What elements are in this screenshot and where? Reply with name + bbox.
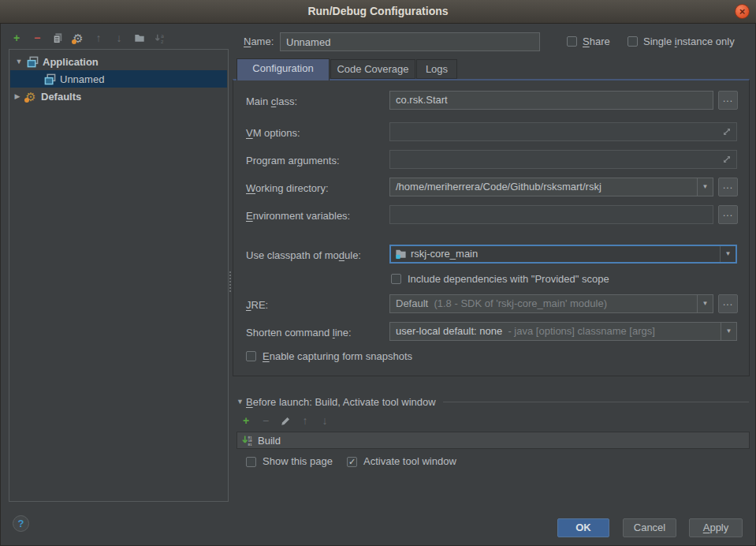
- svg-text:01: 01: [248, 443, 253, 447]
- apply-button[interactable]: Apply: [689, 518, 743, 537]
- configurations-toolbar: + − ⚙ ↑ ↓ az: [10, 31, 166, 45]
- run-debug-configurations-dialog: Run/Debug Configurations × + − ⚙ ↑ ↓ az …: [0, 0, 756, 546]
- add-configuration-icon[interactable]: +: [10, 32, 23, 44]
- tab-code-coverage[interactable]: Code Coverage: [330, 59, 415, 79]
- tree-node-label: Application: [43, 56, 99, 68]
- tree-collapsed-icon[interactable]: ▶: [13, 92, 21, 100]
- wrench-accent-dot: [24, 98, 29, 103]
- section-expanded-icon[interactable]: ▼: [236, 398, 246, 406]
- activate-tool-window-checkbox[interactable]: ✓: [347, 457, 357, 467]
- tree-node-defaults[interactable]: ▶ ⚙ Defaults: [10, 88, 227, 105]
- move-down-icon[interactable]: ↓: [113, 32, 125, 44]
- dialog-title: Run/Debug Configurations: [0, 5, 756, 17]
- tab-configuration[interactable]: Configuration: [236, 58, 330, 80]
- section-divider: [443, 402, 749, 402]
- share-label: Share: [583, 36, 610, 47]
- tree-node-unnamed[interactable]: Unnamed: [10, 70, 227, 88]
- wrench-accent-dot: [72, 39, 76, 44]
- new-folder-icon[interactable]: [133, 32, 146, 44]
- tree-node-application[interactable]: ▼ Application: [10, 53, 227, 70]
- svg-text:z: z: [160, 38, 163, 43]
- help-button[interactable]: ?: [13, 515, 29, 532]
- before-launch-section: ▼ Before launch: Build, Activate tool wi…: [233, 395, 750, 409]
- titlebar: Run/Debug Configurations ×: [0, 0, 756, 24]
- name-label: Name:: [244, 36, 274, 47]
- cancel-button[interactable]: Cancel: [623, 518, 676, 537]
- application-type-icon: [43, 73, 56, 85]
- name-input[interactable]: [280, 32, 540, 51]
- tree-node-label: Unnamed: [60, 73, 104, 85]
- remove-configuration-icon[interactable]: −: [31, 32, 43, 44]
- ok-button[interactable]: OK: [557, 518, 609, 537]
- remove-task-icon[interactable]: −: [259, 414, 272, 427]
- single-instance-label: Single instance only: [643, 36, 735, 47]
- close-icon[interactable]: ×: [735, 4, 750, 19]
- share-checkbox[interactable]: [567, 36, 577, 47]
- move-up-icon[interactable]: ↑: [92, 32, 105, 44]
- configuration-tab-panel: [233, 79, 750, 376]
- move-task-down-icon[interactable]: ↓: [318, 414, 331, 427]
- check-icon: ✓: [348, 457, 356, 466]
- splitter-handle[interactable]: [229, 271, 232, 292]
- before-launch-task-build[interactable]: 011001 Build: [236, 432, 750, 449]
- build-icon: 011001: [242, 435, 254, 447]
- edit-task-pencil-icon[interactable]: [279, 414, 292, 427]
- sort-alphabetically-icon[interactable]: az: [154, 32, 166, 44]
- tree-node-label: Defaults: [41, 91, 81, 103]
- single-instance-checkbox[interactable]: [628, 36, 638, 47]
- tab-logs[interactable]: Logs: [416, 59, 457, 79]
- show-this-page-checkbox[interactable]: [246, 457, 256, 467]
- task-label: Build: [258, 435, 281, 447]
- configurations-tree: ▼ Application Unnamed ▶ ⚙ Defaults: [9, 49, 229, 502]
- activate-tool-window-label: Activate tool window: [363, 455, 456, 467]
- application-type-icon: [26, 55, 39, 68]
- before-launch-toolbar: + − ↑ ↓: [240, 414, 331, 427]
- copy-configuration-icon[interactable]: [51, 32, 64, 44]
- move-task-up-icon[interactable]: ↑: [299, 414, 311, 427]
- show-this-page-label: Show this page: [263, 455, 333, 467]
- edit-defaults-wrench-icon[interactable]: ⚙: [72, 32, 84, 44]
- before-launch-header: Before launch: Build, Activate tool wind…: [246, 396, 436, 408]
- defaults-wrench-icon: ⚙: [24, 90, 37, 103]
- add-task-icon[interactable]: +: [240, 414, 252, 427]
- tree-expanded-icon[interactable]: ▼: [15, 58, 23, 65]
